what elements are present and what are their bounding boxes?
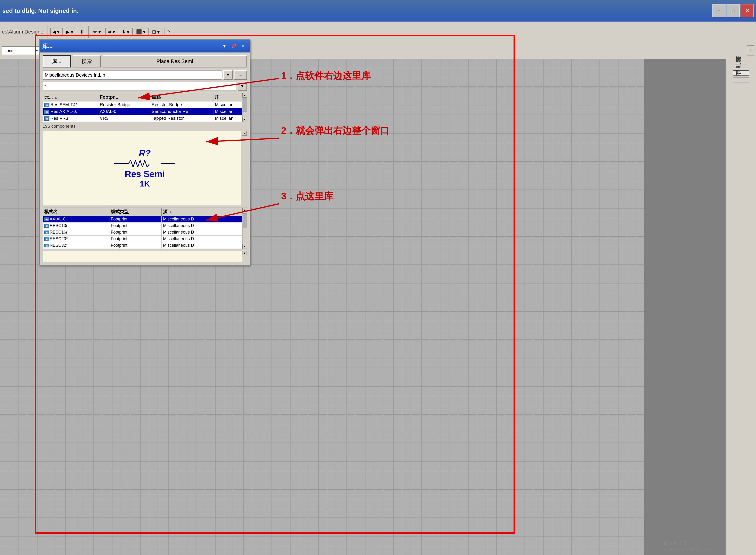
library-options-button[interactable]: ···: [234, 70, 247, 80]
col-header-model-name[interactable]: 模式名: [43, 208, 110, 216]
toolbar-separator-2: [88, 26, 89, 38]
cell-model-source: Miscellaneous D: [161, 229, 247, 236]
fp-scroll-up-arrow[interactable]: ▲: [243, 208, 247, 212]
cell-library: Miscellan: [213, 115, 247, 122]
cell-description: Resistor Bridge: [150, 101, 213, 108]
table-row[interactable]: ▣Res SFM-T4/ Resistor Bridge Resistor Br…: [43, 101, 247, 108]
library-button[interactable]: 库...: [43, 55, 71, 68]
cell-model-source: Miscellaneous D: [161, 242, 247, 249]
place-button[interactable]: Place Res Semi: [102, 55, 247, 68]
scroll-up-arrow[interactable]: ▲: [243, 93, 247, 97]
library-dropdown-row: ▼ ···: [43, 70, 247, 80]
col-header-library[interactable]: 库: [213, 93, 247, 101]
cell-model-type: Footprint: [109, 229, 161, 236]
footprint-table-scrollbar[interactable]: ▲ ▼: [242, 208, 247, 249]
col-header-element[interactable]: 元... ▲: [43, 93, 98, 101]
fp-row-icon: ▣: [44, 217, 49, 221]
col-header-description[interactable]: 描述: [150, 93, 213, 101]
nav-back-button[interactable]: ◀▼: [50, 28, 63, 36]
row-icon: ▣: [44, 117, 49, 121]
panel-titlebar: 库... ▼ 📌 ✕: [40, 40, 250, 52]
row-icon: ▣: [44, 110, 49, 114]
toolbar-path: es\Altium Designer: [2, 29, 45, 35]
align-button[interactable]: ⬇▼: [120, 28, 133, 36]
preview-name-label: Res Semi: [125, 169, 165, 179]
preview-scroll-up[interactable]: ▲: [242, 131, 247, 136]
panel-body: 库... 搜索 Place Res Semi ▼ ··· ▼ 元... ▲: [40, 52, 250, 265]
cell-model-source: Miscellaneous D: [161, 222, 247, 229]
panel-pin-button[interactable]: 📌: [229, 43, 238, 50]
minimize-button[interactable]: −: [712, 4, 725, 17]
preview-line-right: [161, 163, 175, 164]
cell-model-source: Miscellaneous D: [161, 216, 247, 222]
panel-button-row: 库... 搜索 Place Res Semi: [43, 55, 247, 68]
maximize-button[interactable]: □: [726, 4, 740, 17]
filter-dropdown-arrow[interactable]: ▼: [238, 82, 247, 91]
cell-model-type: Footprint: [109, 242, 161, 249]
table-row[interactable]: ▣Res VR3 VR3 Tapped Resistor Miscellan: [43, 115, 247, 122]
place-tool-button[interactable]: ➡▼: [106, 28, 118, 36]
panel-title-controls: ▼ 📌 ✕: [220, 43, 247, 50]
col-header-footprint[interactable]: Footpr...: [98, 93, 150, 101]
close-button[interactable]: ✕: [741, 4, 754, 17]
fp-scroll-thumb[interactable]: [243, 213, 247, 227]
footprint-table: 模式名 模式类型 源 ▲ ▣AXIAL-0. Foo: [43, 208, 247, 249]
cell-element: ▣Res AXIAL-0.: [43, 108, 98, 115]
cell-model-type: Footprint: [109, 236, 161, 242]
table-row[interactable]: ▣RESC32* Footprint Miscellaneous D: [43, 242, 247, 249]
misc-button[interactable]: D: [164, 28, 172, 36]
sidebar-tab-1[interactable]: 单路器: [733, 64, 749, 69]
sidebar-tab-3[interactable]: 组元: [733, 77, 749, 82]
fp-scroll-down-arrow[interactable]: ▼: [243, 244, 247, 249]
preview-line-left: [114, 163, 128, 164]
search-button[interactable]: 搜索: [73, 55, 101, 68]
cell-footprint: VR3: [98, 115, 150, 122]
cell-model-source: Miscellaneous D: [161, 236, 247, 242]
title-bar-text: sed to dblg. Not signed in.: [2, 7, 712, 14]
cell-footprint: Resistor Bridge: [98, 101, 150, 108]
panel-dropdown-button[interactable]: ▼: [220, 43, 229, 50]
bottom-scrollbar[interactable]: ▲: [242, 251, 247, 262]
table-row[interactable]: ▣AXIAL-0. Footprint Miscellaneous D: [43, 216, 247, 222]
edit-tool-button[interactable]: ✏▼: [91, 28, 104, 36]
panel-title: 库...: [42, 42, 220, 50]
scope-dropdown[interactable]: tions]: [2, 46, 39, 55]
filter-row: ▼: [43, 82, 247, 91]
grid-button[interactable]: ⊞▼: [150, 28, 163, 36]
table-row[interactable]: ▣Res AXIAL-0. AXIAL-0. Semiconductor Re:…: [43, 108, 247, 115]
preview-value-label: 1K: [140, 179, 150, 188]
table-row[interactable]: ▣RESC20* Footprint Miscellaneous D: [43, 236, 247, 242]
nav-forward-button[interactable]: ▶▼: [64, 28, 76, 36]
cell-model-name: ▣RESC10(: [43, 222, 110, 229]
sidebar-toggle-button[interactable]: ⋮: [747, 45, 754, 56]
filter-input[interactable]: [43, 82, 236, 90]
cell-model-type: Footprint: [109, 216, 161, 222]
component-table-scrollbar[interactable]: ▲ ▼: [242, 93, 247, 122]
annotation-step3: 3．点这里库: [281, 190, 333, 203]
bottom-scroll-up[interactable]: ▲: [242, 251, 246, 255]
preview-scrollbar[interactable]: ▲: [242, 131, 247, 206]
col-header-model-type[interactable]: 模式类型: [109, 208, 161, 216]
preview-schematic-symbol: [114, 160, 175, 167]
table-row[interactable]: ▣RESC10( Footprint Miscellaneous D: [43, 222, 247, 229]
component-preview: R? Res Semi 1K ▲: [43, 131, 247, 206]
library-selector[interactable]: [43, 70, 222, 80]
footprint-table-body: ▣AXIAL-0. Footprint Miscellaneous D ▣RES…: [43, 216, 247, 249]
cell-model-type: Footprint: [109, 222, 161, 229]
table-row[interactable]: ▣RESC16( Footprint Miscellaneous D: [43, 229, 247, 236]
col-header-model-source[interactable]: 源 ▲: [161, 208, 247, 216]
row-icon: ▣: [44, 103, 49, 107]
scroll-down-arrow[interactable]: ▼: [243, 117, 247, 122]
panel-close-button[interactable]: ✕: [239, 43, 247, 50]
sidebar-tab-library[interactable]: 库: [733, 70, 749, 76]
cell-library: Miscellan: [213, 101, 247, 108]
library-panel: 库... ▼ 📌 ✕ 库... 搜索 Place Res Semi ▼ ··· …: [39, 39, 250, 266]
toolbar-main: es\Altium Designer ◀▼ ▶▼ ⬆ ✏▼ ➡▼ ⬇▼ ⬛▼ ⊞…: [0, 22, 756, 42]
toolbar-separator-1: [48, 26, 48, 38]
insert-button[interactable]: ⬛▼: [134, 28, 149, 36]
scroll-thumb[interactable]: [243, 97, 247, 112]
cell-model-name: ▣RESC16(: [43, 229, 110, 236]
nav-up-button[interactable]: ⬆: [78, 28, 86, 36]
library-dropdown-arrow[interactable]: ▼: [223, 70, 233, 80]
fp-row-icon: ▣: [44, 237, 49, 241]
